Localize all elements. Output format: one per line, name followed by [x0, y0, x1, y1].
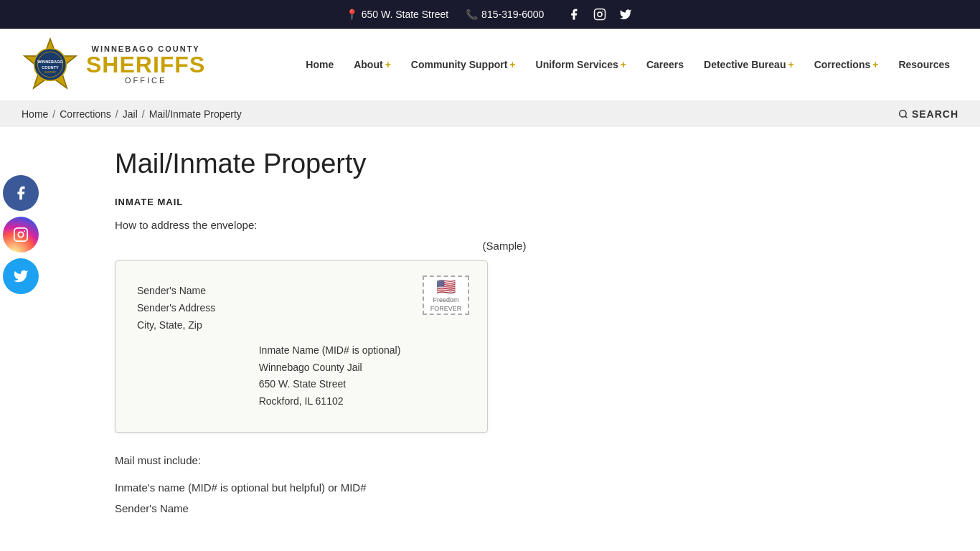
svg-rect-11: [14, 228, 27, 241]
sender-address: Sender's Address: [137, 300, 466, 317]
svg-point-12: [18, 232, 23, 237]
nav-corrections-plus: +: [872, 59, 878, 70]
sender-name: Sender's Name: [137, 283, 466, 300]
must-include-label: Mail must include:: [115, 454, 851, 466]
inmate-mail-heading: INMATE MAIL: [115, 197, 851, 207]
phone-text: 815-319-6000: [481, 9, 544, 20]
svg-point-9: [900, 110, 906, 117]
stamp: 🇺🇸 Freedom FOREVER: [423, 276, 469, 315]
page-title: Mail/Inmate Property: [115, 149, 851, 179]
phone-link[interactable]: 📞 815-319-6000: [466, 9, 544, 20]
nav-community-support[interactable]: Community Support +: [402, 53, 524, 76]
facebook-sidebar-button[interactable]: [3, 175, 39, 211]
breadcrumb-sep-2: /: [116, 108, 118, 120]
office-text: OFFICE: [125, 76, 166, 85]
svg-line-10: [905, 116, 908, 118]
nav-careers[interactable]: Careers: [638, 53, 692, 76]
main-content: Mail/Inmate Property INMATE MAIL How to …: [0, 127, 980, 540]
nav-detective-plus: +: [788, 59, 793, 70]
svg-text:SHERIFF: SHERIFF: [44, 70, 57, 74]
breadcrumb-bar: Home / Corrections / Jail / Mail/Inmate …: [0, 101, 980, 127]
sample-label: (Sample): [158, 240, 851, 252]
site-header: WINNEBAGO COUNTY SHERIFF WINNEBAGO COUNT…: [0, 29, 980, 101]
envelope-wrapper: Sender's Name Sender's Address City, Sta…: [115, 260, 488, 433]
breadcrumb-current: Mail/Inmate Property: [149, 108, 242, 120]
nav-about[interactable]: About +: [345, 53, 400, 76]
twitter-top-icon[interactable]: [617, 6, 634, 23]
recipient-line2: Winnebago County Jail: [259, 359, 401, 377]
recipient-block: Inmate Name (MID# is optional) Winnebago…: [259, 342, 401, 410]
nav-uniform-plus: +: [621, 59, 626, 70]
instagram-sidebar-button[interactable]: [3, 217, 39, 253]
envelope-image: Sender's Name Sender's Address City, Sta…: [115, 260, 488, 433]
sender-city: City, State, Zip: [137, 317, 466, 334]
recipient-line1: Inmate Name (MID# is optional): [259, 342, 401, 359]
breadcrumb-home[interactable]: Home: [22, 108, 48, 120]
sheriffs-text: SHERIFFS: [86, 53, 205, 76]
facebook-top-icon[interactable]: [565, 6, 583, 23]
stamp-flag: 🇺🇸: [436, 279, 456, 295]
svg-point-2: [603, 11, 604, 12]
nav-detective-bureau[interactable]: Detective Bureau +: [695, 53, 803, 76]
svg-rect-0: [595, 9, 606, 20]
twitter-sidebar-button[interactable]: [3, 258, 39, 294]
address-text: 650 W. State Street: [362, 9, 448, 20]
search-link[interactable]: SEARCH: [898, 108, 958, 120]
nav-community-plus: +: [509, 59, 515, 70]
nav-uniform-services[interactable]: Uniform Services +: [527, 53, 635, 76]
search-icon: [898, 109, 908, 119]
breadcrumb-jail[interactable]: Jail: [123, 108, 138, 120]
sender-block: Sender's Name Sender's Address City, Sta…: [137, 283, 466, 334]
svg-point-13: [24, 230, 25, 232]
sheriff-badge-icon: WINNEBAGO COUNTY SHERIFF: [22, 36, 79, 93]
phone-icon: 📞: [466, 9, 478, 20]
nav-home[interactable]: Home: [297, 53, 342, 76]
search-label: SEARCH: [912, 108, 958, 120]
contact-info: 📍 650 W. State Street 📞 815-319-6000: [346, 9, 545, 20]
logo-text: WINNEBAGO COUNTY SHERIFFS OFFICE: [86, 44, 205, 85]
nav-resources[interactable]: Resources: [890, 53, 958, 76]
nav-corrections[interactable]: Corrections +: [806, 53, 887, 76]
breadcrumb-sep-1: /: [52, 108, 55, 120]
instagram-top-icon[interactable]: [591, 6, 608, 23]
breadcrumb: Home / Corrections / Jail / Mail/Inmate …: [22, 108, 242, 120]
envelope-intro: How to address the envelope:: [115, 219, 851, 231]
top-bar: 📍 650 W. State Street 📞 815-319-6000: [0, 0, 980, 29]
stamp-forever: FOREVER: [430, 305, 462, 312]
breadcrumb-sep-3: /: [142, 108, 145, 120]
top-social: [565, 6, 634, 23]
breadcrumb-corrections[interactable]: Corrections: [60, 108, 111, 120]
svg-text:COUNTY: COUNTY: [42, 65, 59, 70]
recipient-line4: Rockford, IL 61102: [259, 393, 401, 410]
recipient-line3: 650 W. State Street: [259, 376, 401, 393]
mail-item-2: Sender's Name: [115, 499, 851, 519]
stamp-text: Freedom: [433, 296, 458, 303]
social-sidebar: [0, 172, 42, 297]
nav-about-plus: +: [385, 59, 391, 70]
svg-point-1: [598, 12, 602, 17]
svg-text:WINNEBAGO: WINNEBAGO: [37, 60, 63, 64]
address-link[interactable]: 📍 650 W. State Street: [346, 9, 448, 20]
main-nav: Home About + Community Support + Uniform…: [297, 53, 958, 76]
location-icon: 📍: [346, 9, 358, 20]
mail-item-1: Inmate's name (MID# is optional but help…: [115, 478, 851, 499]
logo-area[interactable]: WINNEBAGO COUNTY SHERIFF WINNEBAGO COUNT…: [22, 36, 205, 93]
